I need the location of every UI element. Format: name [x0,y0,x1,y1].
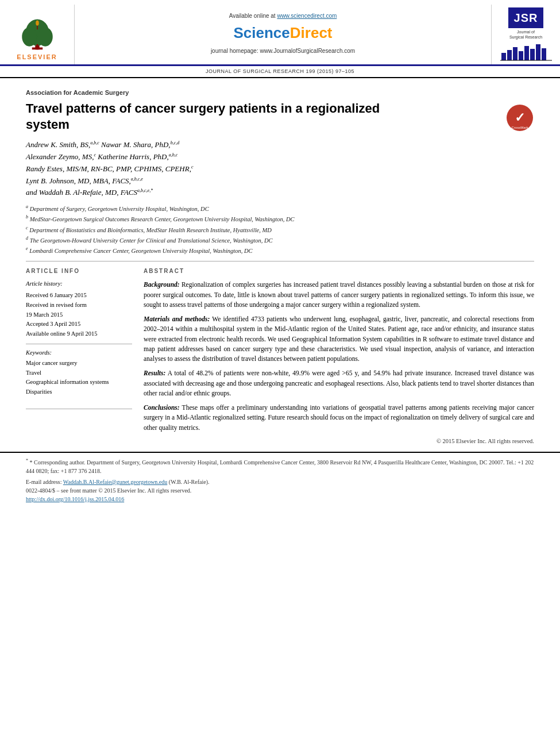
divider-left-bottom [26,409,132,409]
history-dates: Received 6 January 2015 Received in revi… [26,291,132,339]
keyword-3: Disparities [26,387,132,397]
two-column-layout: ARTICLE INFO Article history: Received 6… [26,267,534,445]
methods-label: Materials and methods: [144,316,210,322]
abstract-background: Background: Regionalization of complex s… [144,280,534,310]
page-footer: * * Corresponding author. Department of … [0,452,560,508]
methods-text: We identified 4733 patients who underwen… [144,316,534,362]
divider-keywords [26,344,132,344]
svg-text:✓: ✓ [515,110,525,125]
corresponding-text: * Corresponding author. Department of Su… [26,459,534,474]
article-info-header: ARTICLE INFO [26,267,132,275]
copyright-text: © 2015 Elsevier Inc. All rights reserved… [144,437,534,446]
abstract-methods: Materials and methods: We identified 473… [144,314,534,364]
results-text: A total of 48.2% of patients were non-wh… [144,370,534,397]
abstract-header: ABSTRACT [144,267,534,275]
issn-line: 0022-4804/$ – see front matter © 2015 El… [26,486,534,495]
author-1: Andrew K. Smith, BS,a,b,c [26,140,99,149]
author-5: Randy Estes, MIS/M, RN-BC, PMP, CPHIMS, … [26,164,193,173]
sciencedirect-logo: ScienceDirect [234,22,333,43]
article-title: Travel patterns of cancer surgery patien… [26,101,407,132]
svg-rect-15 [542,48,546,60]
author-3: Alexander Zeymo, MS,c [26,152,96,161]
abstract-results: Results: A total of 48.2% of patients we… [144,368,534,398]
author-7: and Waddah B. Al-Refaie, MD, FACSa,b,c,e… [26,188,153,197]
history-item-3: Accepted 3 April 2015 [26,320,132,329]
header-center: Available online at www.sciencedirect.co… [75,5,491,64]
history-item-0: Received 6 January 2015 [26,291,132,301]
jsr-chart-icon [500,41,552,61]
author-2: Nawar M. Shara, PhD,b,c,d [101,140,179,149]
conclusions-label: Conclusions: [144,404,180,411]
conclusions-text: These maps offer a preliminary understan… [144,404,534,431]
affiliation-c: c Department of Biostatistics and Bioinf… [26,225,534,234]
svg-rect-11 [519,51,523,60]
affiliation-e: e Lombardi Comprehensive Cancer Center, … [26,245,534,255]
jsr-subtitle: Journal ofSurgical Research [509,29,542,40]
keyword-2: Geographical information systems [26,378,132,387]
jsr-badge: JSR [508,7,544,28]
abstract-conclusions: Conclusions: These maps offer a prelimin… [144,403,534,433]
elsevier-text: ELSEVIER [17,53,57,61]
history-label: Article history: [26,280,132,289]
article-info-column: ARTICLE INFO Article history: Received 6… [26,267,132,445]
elsevier-tree-icon [14,17,60,51]
available-online-text: Available online at www.sciencedirect.co… [229,12,337,20]
svg-rect-14 [536,44,540,60]
svg-rect-5 [32,47,42,49]
background-text: Regionalization of complex surgeries has… [144,281,534,308]
affiliation-b: b MedStar-Georgetown Surgical Outcomes R… [26,214,534,224]
email-label: E-mail address: [26,479,61,485]
svg-point-6 [36,20,39,25]
jsr-logo: JSR Journal ofSurgical Research [491,5,560,64]
author-4: Katherine Harris, PhD,a,b,c [98,152,177,161]
title-row: Travel patterns of cancer surgery patien… [26,101,534,139]
authors-block: Andrew K. Smith, BS,a,b,c Nawar M. Shara… [26,139,534,199]
crossmark-icon[interactable]: ✓ CrossMark [505,103,534,132]
abstract-column: ABSTRACT Background: Regionalization of … [144,267,534,445]
svg-rect-12 [524,46,529,60]
keywords-label: Keywords: [26,349,132,357]
svg-rect-10 [513,47,517,60]
email-address[interactable]: Waddah.B.Al-Refaie@gunet.georgetown.edu [63,479,168,485]
email-suffix: (W.B. Al-Refaie). [169,479,210,485]
svg-point-3 [37,27,52,46]
keyword-1: Travel [26,368,132,378]
journal-title-bar: JOURNAL OF SURGICAL RESEARCH 199 (2015) … [0,66,560,78]
svg-rect-13 [530,49,535,60]
keyword-0: Major cancer surgery [26,359,132,368]
email-line: E-mail address: Waddah.B.Al-Refaie@gunet… [26,478,534,486]
svg-rect-9 [507,50,512,60]
history-item-2: 19 March 2015 [26,310,132,320]
history-item-1: Received in revised form [26,301,132,310]
svg-point-2 [22,27,37,46]
sciencedirect-url[interactable]: www.sciencedirect.com [277,13,337,19]
svg-text:CrossMark: CrossMark [511,126,528,129]
affiliation-d: d The Georgetown-Howard University Cente… [26,235,534,245]
journal-header: ELSEVIER Available online at www.science… [0,0,560,66]
section-label: Association for Academic Surgery [26,89,534,97]
affiliations-block: a Department of Surgery, Georgetown Univ… [26,203,534,255]
elsevier-logo: ELSEVIER [0,5,75,64]
history-item-4: Available online 9 April 2015 [26,329,132,339]
results-label: Results: [144,370,165,376]
affiliation-a: a Department of Surgery, Georgetown Univ… [26,203,534,213]
divider-1 [26,261,534,261]
author-6: Lynt B. Johnson, MD, MBA, FACS,a,b,c,e [26,176,143,185]
main-content: Association for Academic Surgery Travel … [0,78,560,452]
background-label: Background: [144,281,180,288]
doi-link[interactable]: http://dx.doi.org/10.1016/j.jss.2015.04.… [26,495,534,503]
journal-homepage: journal homepage: www.JournalofSurgicalR… [211,47,355,55]
svg-rect-8 [501,53,506,60]
corresponding-note: * * Corresponding author. Department of … [26,457,534,475]
